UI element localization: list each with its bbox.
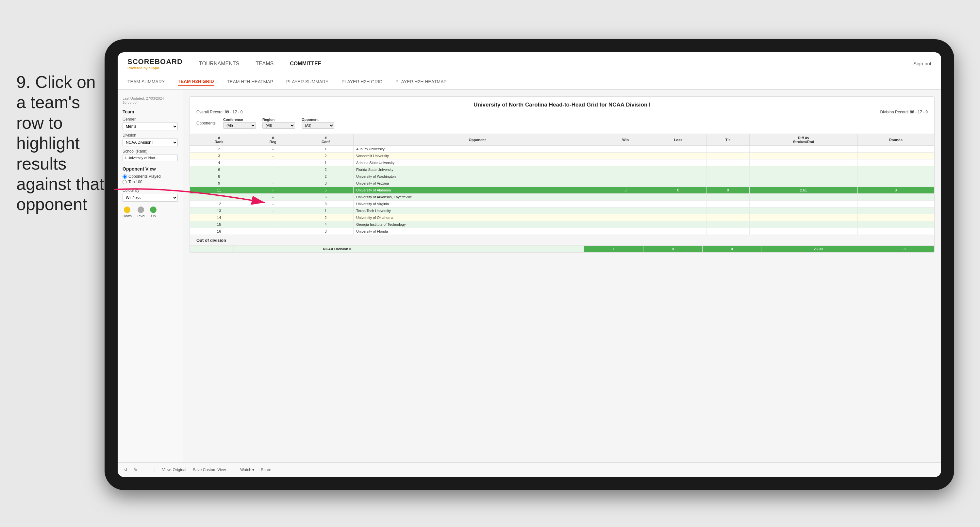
left-sidebar: Last Updated: 27/03/2024 16:55:38 Team G… (118, 90, 183, 462)
nav-teams[interactable]: TEAMS (256, 59, 274, 68)
cell-rank: 12 (190, 201, 248, 207)
redo-button[interactable]: ↻ (134, 468, 137, 472)
table-row[interactable]: 16-3University of Florida (190, 228, 934, 235)
col-rank: #Rank (190, 134, 248, 146)
cell-opponent: University of Virginia (353, 201, 601, 207)
col-loss: Loss (650, 134, 706, 146)
opponent-view-label: Opponent View (123, 166, 178, 172)
cell-rank: 14 (190, 214, 248, 221)
watch-button[interactable]: Watch ▾ (240, 468, 254, 472)
top-nav: SCOREBOARD Powered by clippd TOURNAMENTS… (118, 52, 941, 75)
col-conf: #Conf (298, 134, 353, 146)
table-row[interactable]: 3-2Vanderbilt University (190, 153, 934, 159)
col-rounds: Rounds (858, 134, 934, 146)
region-select[interactable]: (All) (262, 122, 295, 129)
right-content: University of North Carolina Head-to-Hea… (183, 90, 941, 462)
division-record: Division Record: 88 - 17 - 0 (880, 110, 928, 115)
nav-links: TOURNAMENTS TEAMS COMMITTEE (199, 59, 913, 68)
cell-rank: 15 (190, 221, 248, 228)
opponents-filter-label: Opponents: (196, 121, 216, 126)
opponent-select[interactable]: (All) (302, 122, 334, 129)
sidebar-team-label: Team (123, 109, 178, 115)
tab-player-summary[interactable]: PLAYER SUMMARY (286, 79, 328, 85)
out-division-row[interactable]: NCAA Division II 1 0 0 26.00 3 (190, 246, 934, 253)
legend-level-dot (138, 207, 144, 213)
opponent-view-radios: Opponents Played Top 100 (123, 174, 178, 184)
view-button[interactable]: View: Original (162, 468, 186, 472)
table-row[interactable]: 6-2Florida State University (190, 166, 934, 173)
cell-rank: 13 (190, 207, 248, 214)
tab-team-summary[interactable]: TEAM SUMMARY (127, 79, 165, 85)
gender-field-label: Gender (123, 117, 178, 121)
out-win: 1 (584, 246, 643, 253)
separator-2: | (232, 467, 234, 473)
cell-opponent: Arizona State University (353, 159, 601, 166)
nav-committee[interactable]: COMMITTEE (290, 59, 321, 68)
cell-rank: 4 (190, 159, 248, 166)
legend-down: Down (123, 207, 132, 218)
out-of-division-header: Out of division (190, 235, 934, 245)
nav-tournaments[interactable]: TOURNAMENTS (199, 59, 239, 68)
back-button[interactable]: ← (144, 468, 148, 472)
col-reg: #Reg (248, 134, 298, 146)
logo-title: SCOREBOARD (127, 57, 183, 66)
gender-select[interactable]: Men's (123, 123, 178, 131)
out-reg (233, 246, 277, 253)
cell-opponent: Auburn University (353, 146, 601, 153)
tab-team-h2h-grid[interactable]: TEAM H2H GRID (178, 79, 214, 86)
school-value: 4 University of Nort... (123, 154, 178, 161)
radio-top100[interactable]: Top 100 (123, 180, 178, 184)
table-row[interactable]: 9-3University of Arizona (190, 180, 934, 187)
h2h-table: #Rank #Reg #Conf Opponent Win Loss Tie D… (190, 134, 934, 235)
cell-opponent: Texas Tech University (353, 207, 601, 214)
sign-in-link[interactable]: Sign out (913, 61, 931, 66)
filter-row: Opponents: Conference (All) Region ( (196, 118, 928, 129)
table-row[interactable]: 14-2University of Oklahoma (190, 214, 934, 221)
conference-select[interactable]: (All) (223, 122, 256, 129)
out-diff: 26.00 (761, 246, 875, 253)
instruction-text: 9. Click on a team's row to highlight re… (16, 72, 108, 215)
tab-player-h2h-grid[interactable]: PLAYER H2H GRID (342, 79, 382, 85)
radio-opponents-played[interactable]: Opponents Played (123, 174, 178, 179)
cell-opponent: University of Arizona (353, 180, 601, 187)
cell-rank: 9 (190, 180, 248, 187)
table-row[interactable]: 12-3University of Virginia (190, 201, 934, 207)
out-rounds: 3 (875, 246, 934, 253)
tab-team-h2h-heatmap[interactable]: TEAM H2H HEATMAP (227, 79, 273, 85)
legend-up-dot (150, 207, 156, 213)
division-select[interactable]: NCAA Division I (123, 139, 178, 146)
save-custom-view-button[interactable]: Save Custom View (193, 468, 226, 472)
separator-1: | (154, 467, 156, 473)
table-row[interactable]: 11-5University of Alabama3002.618 (190, 187, 934, 194)
bottom-toolbar: ↺ ↻ ← | View: Original Save Custom View … (118, 462, 941, 477)
table-row[interactable]: 2-1Auburn University (190, 146, 934, 153)
colour-by-label: Colour by (123, 188, 178, 193)
cell-opponent: University of Oklahoma (353, 214, 601, 221)
out-conf (277, 246, 320, 253)
colour-by-select[interactable]: Win/loss (123, 194, 178, 202)
overall-record: Overall Record: 89 - 17 - 0 (196, 110, 242, 115)
share-button[interactable]: Share (261, 468, 271, 472)
out-division-table: NCAA Division II 1 0 0 26.00 3 (190, 245, 934, 253)
out-label: NCAA Division II (320, 246, 584, 253)
col-opponent: Opponent (353, 134, 601, 146)
sub-nav: TEAM SUMMARY TEAM H2H GRID TEAM H2H HEAT… (118, 75, 941, 90)
cell-rank: 16 (190, 228, 248, 235)
tab-player-h2h-heatmap[interactable]: PLAYER H2H HEATMAP (395, 79, 447, 85)
table-row[interactable]: 8-2University of Washington (190, 173, 934, 180)
cell-opponent: Florida State University (353, 166, 601, 173)
table-row[interactable]: 11-6University of Arkansas, Fayetteville (190, 194, 934, 201)
cell-rank: 3 (190, 153, 248, 159)
report-header: University of North Carolina Head-to-Hea… (190, 97, 934, 134)
table-row[interactable]: 4-1Arizona State University (190, 159, 934, 166)
col-win: Win (601, 134, 650, 146)
tablet-screen: SCOREBOARD Powered by clippd TOURNAMENTS… (118, 52, 941, 477)
cell-rank: 8 (190, 173, 248, 180)
table-row[interactable]: 15-4Georgia Institute of Technology (190, 221, 934, 228)
cell-opponent: Georgia Institute of Technology (353, 221, 601, 228)
cell-rank: 11 (190, 187, 248, 194)
table-header-row: #Rank #Reg #Conf Opponent Win Loss Tie D… (190, 134, 934, 146)
table-row[interactable]: 13-1Texas Tech University (190, 207, 934, 214)
cell-opponent: University of Florida (353, 228, 601, 235)
undo-button[interactable]: ↺ (124, 468, 127, 472)
